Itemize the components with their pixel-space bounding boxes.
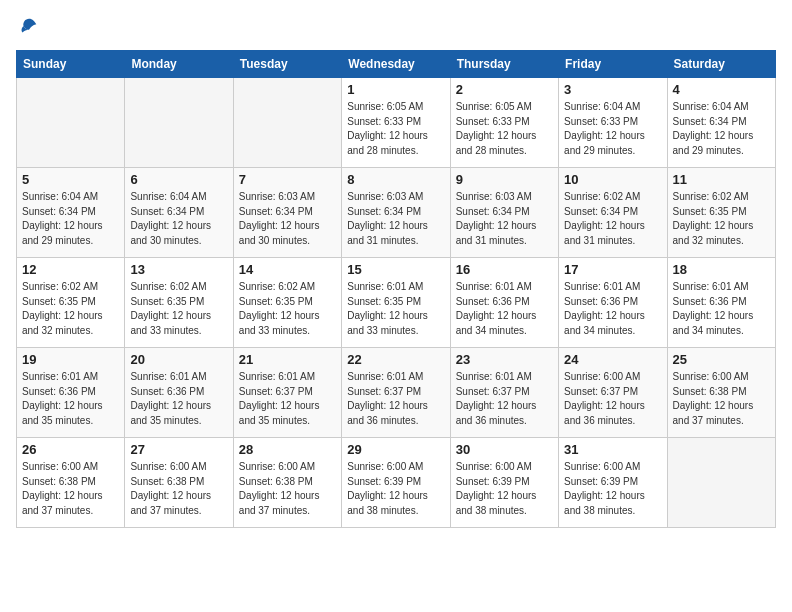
- day-info: Sunrise: 6:00 AM Sunset: 6:38 PM Dayligh…: [673, 370, 770, 428]
- calendar-cell: 16Sunrise: 6:01 AM Sunset: 6:36 PM Dayli…: [450, 258, 558, 348]
- calendar-cell: 13Sunrise: 6:02 AM Sunset: 6:35 PM Dayli…: [125, 258, 233, 348]
- calendar-header: SundayMondayTuesdayWednesdayThursdayFrid…: [17, 51, 776, 78]
- calendar-cell: [233, 78, 341, 168]
- day-info: Sunrise: 6:04 AM Sunset: 6:34 PM Dayligh…: [673, 100, 770, 158]
- day-number: 4: [673, 82, 770, 97]
- calendar-cell: 9Sunrise: 6:03 AM Sunset: 6:34 PM Daylig…: [450, 168, 558, 258]
- day-number: 21: [239, 352, 336, 367]
- calendar-table: SundayMondayTuesdayWednesdayThursdayFrid…: [16, 50, 776, 528]
- day-number: 9: [456, 172, 553, 187]
- calendar-cell: 15Sunrise: 6:01 AM Sunset: 6:35 PM Dayli…: [342, 258, 450, 348]
- day-number: 22: [347, 352, 444, 367]
- day-number: 12: [22, 262, 119, 277]
- day-info: Sunrise: 6:01 AM Sunset: 6:36 PM Dayligh…: [564, 280, 661, 338]
- day-info: Sunrise: 6:02 AM Sunset: 6:34 PM Dayligh…: [564, 190, 661, 248]
- weekday-wednesday: Wednesday: [342, 51, 450, 78]
- calendar-cell: 30Sunrise: 6:00 AM Sunset: 6:39 PM Dayli…: [450, 438, 558, 528]
- calendar-cell: 14Sunrise: 6:02 AM Sunset: 6:35 PM Dayli…: [233, 258, 341, 348]
- day-number: 25: [673, 352, 770, 367]
- weekday-thursday: Thursday: [450, 51, 558, 78]
- header: [16, 16, 776, 38]
- calendar-week-1: 5Sunrise: 6:04 AM Sunset: 6:34 PM Daylig…: [17, 168, 776, 258]
- weekday-tuesday: Tuesday: [233, 51, 341, 78]
- calendar-cell: [17, 78, 125, 168]
- day-info: Sunrise: 6:01 AM Sunset: 6:36 PM Dayligh…: [673, 280, 770, 338]
- calendar-cell: 26Sunrise: 6:00 AM Sunset: 6:38 PM Dayli…: [17, 438, 125, 528]
- day-number: 13: [130, 262, 227, 277]
- calendar-cell: 25Sunrise: 6:00 AM Sunset: 6:38 PM Dayli…: [667, 348, 775, 438]
- day-info: Sunrise: 6:01 AM Sunset: 6:37 PM Dayligh…: [239, 370, 336, 428]
- day-number: 3: [564, 82, 661, 97]
- day-number: 6: [130, 172, 227, 187]
- day-info: Sunrise: 6:00 AM Sunset: 6:38 PM Dayligh…: [22, 460, 119, 518]
- calendar-cell: 3Sunrise: 6:04 AM Sunset: 6:33 PM Daylig…: [559, 78, 667, 168]
- day-number: 14: [239, 262, 336, 277]
- day-info: Sunrise: 6:00 AM Sunset: 6:37 PM Dayligh…: [564, 370, 661, 428]
- calendar-cell: [667, 438, 775, 528]
- day-info: Sunrise: 6:01 AM Sunset: 6:36 PM Dayligh…: [130, 370, 227, 428]
- day-info: Sunrise: 6:02 AM Sunset: 6:35 PM Dayligh…: [130, 280, 227, 338]
- day-info: Sunrise: 6:00 AM Sunset: 6:39 PM Dayligh…: [456, 460, 553, 518]
- day-number: 27: [130, 442, 227, 457]
- calendar-cell: 28Sunrise: 6:00 AM Sunset: 6:38 PM Dayli…: [233, 438, 341, 528]
- calendar-cell: 2Sunrise: 6:05 AM Sunset: 6:33 PM Daylig…: [450, 78, 558, 168]
- day-info: Sunrise: 6:02 AM Sunset: 6:35 PM Dayligh…: [239, 280, 336, 338]
- weekday-monday: Monday: [125, 51, 233, 78]
- day-number: 16: [456, 262, 553, 277]
- calendar-week-4: 26Sunrise: 6:00 AM Sunset: 6:38 PM Dayli…: [17, 438, 776, 528]
- calendar-cell: 24Sunrise: 6:00 AM Sunset: 6:37 PM Dayli…: [559, 348, 667, 438]
- day-info: Sunrise: 6:01 AM Sunset: 6:36 PM Dayligh…: [22, 370, 119, 428]
- day-info: Sunrise: 6:00 AM Sunset: 6:38 PM Dayligh…: [239, 460, 336, 518]
- calendar-week-0: 1Sunrise: 6:05 AM Sunset: 6:33 PM Daylig…: [17, 78, 776, 168]
- calendar-cell: 27Sunrise: 6:00 AM Sunset: 6:38 PM Dayli…: [125, 438, 233, 528]
- day-number: 20: [130, 352, 227, 367]
- day-info: Sunrise: 6:04 AM Sunset: 6:34 PM Dayligh…: [130, 190, 227, 248]
- calendar-week-3: 19Sunrise: 6:01 AM Sunset: 6:36 PM Dayli…: [17, 348, 776, 438]
- calendar-cell: 5Sunrise: 6:04 AM Sunset: 6:34 PM Daylig…: [17, 168, 125, 258]
- weekday-sunday: Sunday: [17, 51, 125, 78]
- day-info: Sunrise: 6:01 AM Sunset: 6:36 PM Dayligh…: [456, 280, 553, 338]
- day-info: Sunrise: 6:03 AM Sunset: 6:34 PM Dayligh…: [456, 190, 553, 248]
- day-number: 19: [22, 352, 119, 367]
- logo: [16, 16, 40, 38]
- day-number: 18: [673, 262, 770, 277]
- day-info: Sunrise: 6:00 AM Sunset: 6:39 PM Dayligh…: [564, 460, 661, 518]
- calendar-cell: 6Sunrise: 6:04 AM Sunset: 6:34 PM Daylig…: [125, 168, 233, 258]
- calendar-cell: 18Sunrise: 6:01 AM Sunset: 6:36 PM Dayli…: [667, 258, 775, 348]
- calendar-cell: 21Sunrise: 6:01 AM Sunset: 6:37 PM Dayli…: [233, 348, 341, 438]
- day-info: Sunrise: 6:01 AM Sunset: 6:37 PM Dayligh…: [456, 370, 553, 428]
- calendar-cell: 22Sunrise: 6:01 AM Sunset: 6:37 PM Dayli…: [342, 348, 450, 438]
- day-number: 30: [456, 442, 553, 457]
- day-info: Sunrise: 6:04 AM Sunset: 6:33 PM Dayligh…: [564, 100, 661, 158]
- day-info: Sunrise: 6:02 AM Sunset: 6:35 PM Dayligh…: [22, 280, 119, 338]
- day-number: 26: [22, 442, 119, 457]
- day-number: 17: [564, 262, 661, 277]
- logo-bird-icon: [18, 16, 40, 38]
- day-number: 8: [347, 172, 444, 187]
- day-info: Sunrise: 6:05 AM Sunset: 6:33 PM Dayligh…: [456, 100, 553, 158]
- day-number: 15: [347, 262, 444, 277]
- calendar-cell: 17Sunrise: 6:01 AM Sunset: 6:36 PM Dayli…: [559, 258, 667, 348]
- calendar-cell: 4Sunrise: 6:04 AM Sunset: 6:34 PM Daylig…: [667, 78, 775, 168]
- day-info: Sunrise: 6:00 AM Sunset: 6:39 PM Dayligh…: [347, 460, 444, 518]
- weekday-saturday: Saturday: [667, 51, 775, 78]
- day-number: 11: [673, 172, 770, 187]
- calendar-cell: [125, 78, 233, 168]
- day-number: 28: [239, 442, 336, 457]
- calendar-cell: 10Sunrise: 6:02 AM Sunset: 6:34 PM Dayli…: [559, 168, 667, 258]
- calendar-cell: 23Sunrise: 6:01 AM Sunset: 6:37 PM Dayli…: [450, 348, 558, 438]
- day-info: Sunrise: 6:01 AM Sunset: 6:37 PM Dayligh…: [347, 370, 444, 428]
- day-info: Sunrise: 6:04 AM Sunset: 6:34 PM Dayligh…: [22, 190, 119, 248]
- day-number: 10: [564, 172, 661, 187]
- calendar-cell: 31Sunrise: 6:00 AM Sunset: 6:39 PM Dayli…: [559, 438, 667, 528]
- calendar-cell: 11Sunrise: 6:02 AM Sunset: 6:35 PM Dayli…: [667, 168, 775, 258]
- day-info: Sunrise: 6:05 AM Sunset: 6:33 PM Dayligh…: [347, 100, 444, 158]
- calendar-cell: 19Sunrise: 6:01 AM Sunset: 6:36 PM Dayli…: [17, 348, 125, 438]
- day-number: 5: [22, 172, 119, 187]
- day-number: 31: [564, 442, 661, 457]
- day-info: Sunrise: 6:03 AM Sunset: 6:34 PM Dayligh…: [347, 190, 444, 248]
- day-number: 7: [239, 172, 336, 187]
- calendar-body: 1Sunrise: 6:05 AM Sunset: 6:33 PM Daylig…: [17, 78, 776, 528]
- day-number: 23: [456, 352, 553, 367]
- calendar-week-2: 12Sunrise: 6:02 AM Sunset: 6:35 PM Dayli…: [17, 258, 776, 348]
